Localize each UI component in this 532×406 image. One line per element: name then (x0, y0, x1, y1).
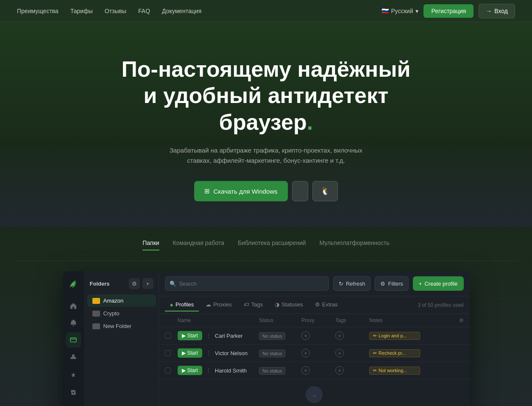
add-proxy-button-1[interactable]: + (301, 349, 310, 357)
filter-icon: ⚙ (380, 281, 385, 287)
profile-status-2: No status (259, 367, 301, 374)
login-button[interactable]: → Вход (479, 4, 515, 18)
folders-header: Folders ⚙ + (85, 276, 159, 294)
folder-icon-new (92, 323, 100, 329)
add-proxy-button-2[interactable]: + (301, 366, 310, 375)
col-notes-header: Notes (369, 317, 451, 323)
tab-teamwork[interactable]: Командная работа (173, 239, 224, 250)
add-tag-button-2[interactable]: + (335, 366, 344, 375)
note-badge-1: ✏ Recheck pr... (369, 349, 420, 357)
folder-icon-crypto (92, 311, 100, 317)
folders-actions: ⚙ + (129, 278, 153, 289)
folders-add-button[interactable]: + (142, 278, 153, 289)
row-checkbox-0[interactable] (165, 333, 171, 339)
search-input[interactable] (179, 281, 324, 287)
edit-icon-1: ✏ (373, 350, 377, 356)
scroll-indicator: ⌄ (306, 386, 323, 403)
nav-links: Преимущества Тарифы Отзывы FAQ Документа… (17, 8, 201, 14)
nav-link-reviews[interactable]: Отзывы (105, 8, 126, 14)
sidebar-item-browser[interactable] (66, 332, 81, 348)
menu-dots-0[interactable]: ⋮ (206, 332, 212, 339)
download-mac-button[interactable] (292, 181, 308, 201)
sec-tab-tags[interactable]: 🏷 Tags (239, 299, 268, 311)
nav-right: 🇷🇺 Русский ▾ Регистрация → Вход (382, 4, 515, 18)
add-tag-button-1[interactable]: + (335, 349, 344, 357)
profile-name-cell-0: ▶ Start ⋮ Carl Parker (178, 331, 259, 340)
row-checkbox-2[interactable] (165, 367, 171, 373)
start-button-0[interactable]: ▶ Start (178, 331, 202, 340)
tab-multiplatform[interactable]: Мультиплатформенность (320, 239, 390, 250)
add-proxy-button-0[interactable]: + (301, 331, 310, 340)
start-icon-0: ▶ (182, 333, 186, 339)
search-box[interactable]: 🔍 (165, 276, 329, 291)
tab-folders[interactable]: Папки (142, 239, 159, 250)
start-button-1[interactable]: ▶ Start (178, 348, 202, 358)
nav-link-advantages[interactable]: Преимущества (17, 8, 58, 14)
folder-item-new[interactable]: New Folder (87, 320, 156, 332)
add-tag-button-0[interactable]: + (335, 331, 344, 340)
title-dot: . (307, 110, 313, 134)
sec-tab-proxies[interactable]: ☁ Proxies (201, 299, 237, 311)
language-button[interactable]: 🇷🇺 Русский ▾ (382, 8, 419, 14)
table-row: ▶ Start ⋮ Victor Nelson No status + + (159, 345, 470, 362)
profile-name-0: Carl Parker (215, 333, 243, 339)
sidebar-item-settings[interactable] (66, 385, 81, 400)
sec-tab-statuses[interactable]: ◑ Statuses (270, 299, 308, 311)
table-row: ▶ Start ⋮ Carl Parker No status + + (159, 327, 470, 345)
notes-cell-1: ✏ Recheck pr... (369, 349, 451, 357)
row-checkbox-1[interactable] (165, 350, 171, 356)
profile-name-cell-2: ▶ Start ⋮ Harold Smith (178, 366, 259, 375)
status-badge-1: No status (259, 350, 285, 357)
statuses-icon: ◑ (275, 301, 279, 308)
app-window: Folders ⚙ + Amazon Crypto New Folder (63, 271, 470, 406)
folders-settings-button[interactable]: ⚙ (129, 278, 140, 289)
plus-icon: + (419, 281, 422, 287)
folder-icon-amazon (92, 298, 100, 304)
nav-link-faq[interactable]: FAQ (138, 8, 150, 14)
folder-item-crypto[interactable]: Crypto (87, 307, 156, 320)
login-label: Вход (494, 8, 508, 14)
tab-extensions[interactable]: Библиотека расширений (238, 239, 306, 250)
table-header: Name Status Proxy Tags Notes ⚙ (159, 314, 470, 327)
profile-status-0: No status (259, 333, 301, 339)
sec-tab-profiles[interactable]: ● Profiles (165, 299, 199, 311)
extras-icon: ⚙ (315, 301, 320, 308)
tags-cell-0: + (335, 331, 369, 340)
download-linux-button[interactable]: 🐧 (312, 181, 338, 201)
folder-item-amazon[interactable]: Amazon (87, 295, 156, 307)
menu-dots-2[interactable]: ⋮ (206, 367, 212, 374)
windows-icon: ⊞ (204, 187, 210, 195)
tags-cell-1: + (335, 349, 369, 357)
sidebar-item-users[interactable] (66, 349, 81, 364)
sec-tab-extras[interactable]: ⚙ Extras (310, 299, 343, 311)
status-badge-0: No status (259, 332, 285, 340)
menu-dots-1[interactable]: ⋮ (206, 350, 212, 356)
navbar: Преимущества Тарифы Отзывы FAQ Документа… (0, 0, 532, 22)
start-icon-1: ▶ (182, 350, 186, 356)
folder-label-new: New Folder (103, 323, 131, 329)
table-row: ▶ Start ⋮ Harold Smith No status + + (159, 362, 470, 379)
edit-icon-2: ✏ (373, 368, 377, 373)
sidebar-item-extensions[interactable] (66, 368, 81, 383)
refresh-button[interactable]: ↻ Refresh (333, 276, 371, 291)
download-windows-button[interactable]: ⊞ Скачать для Windows (194, 181, 287, 201)
col-name-header: Name (178, 317, 259, 323)
edit-icon-0: ✏ (373, 333, 377, 339)
nav-link-docs[interactable]: Документация (162, 8, 201, 14)
profiles-count: 3 of 50 profiles used (418, 302, 463, 308)
profile-name-2: Harold Smith (215, 367, 247, 374)
sidebar-item-power[interactable] (66, 402, 81, 406)
note-badge-2: ✏ Not working... (369, 367, 420, 375)
nav-link-pricing[interactable]: Тарифы (70, 8, 93, 14)
register-button[interactable]: Регистрация (423, 4, 474, 18)
filters-button[interactable]: ⚙ Filters (375, 276, 408, 291)
start-button-2[interactable]: ▶ Start (178, 366, 202, 375)
sidebar-item-notifications[interactable] (66, 315, 81, 331)
create-profile-button[interactable]: + Create profile (413, 276, 464, 291)
sidebar-item-home[interactable] (66, 298, 81, 314)
proxies-icon: ☁ (206, 301, 211, 308)
hero-subtitle: Зарабатывай на арбитраже трафика, крипто… (164, 145, 368, 166)
col-proxy-header: Proxy (301, 317, 335, 323)
chevron-down-icon: ▾ (415, 8, 418, 14)
toolbar: 🔍 ↻ Refresh ⚙ Filters + Create profile (159, 271, 470, 296)
